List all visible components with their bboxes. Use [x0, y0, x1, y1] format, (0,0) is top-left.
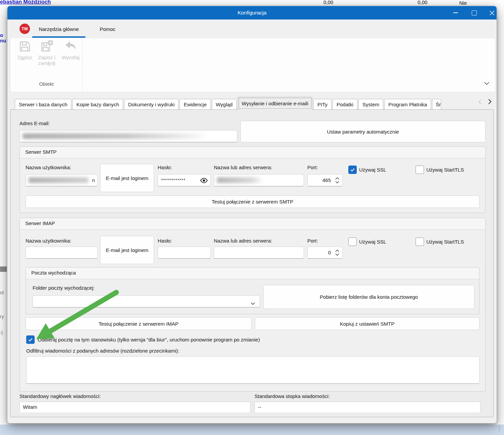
close-button[interactable]	[485, 8, 499, 18]
undo-icon	[64, 40, 77, 53]
message-footer-input[interactable]: --	[255, 402, 480, 412]
tabs-scroll-left[interactable]	[478, 99, 482, 106]
checkmark-icon	[28, 337, 33, 342]
smtp-group-title: Serwer SMTP	[25, 149, 56, 155]
minimize-button[interactable]	[449, 8, 462, 18]
titlebar[interactable]: Konfiguracja	[7, 6, 497, 20]
chevron-left-icon	[478, 99, 482, 105]
imap-password-input[interactable]	[158, 247, 211, 259]
smtp-use-ssl-checkbox[interactable]	[348, 166, 357, 174]
imap-email-is-login-button[interactable]: E-mail jest loginem	[100, 236, 154, 264]
imap-password-label: Hasło:	[158, 238, 172, 244]
eye-icon	[200, 178, 208, 183]
smtp-port-value: 465	[322, 177, 331, 183]
receive-mail-checkbox[interactable]	[26, 335, 35, 344]
imap-use-starttls-label: Używaj StartTLS	[426, 239, 464, 245]
chevron-down-icon	[484, 82, 490, 85]
imap-group-header: Serwer IMAP	[20, 218, 485, 230]
imap-port-label: Port:	[307, 238, 318, 244]
outgoing-folder-dropdown[interactable]	[33, 295, 260, 307]
imap-port-input[interactable]: 0	[307, 247, 343, 259]
filter-addresses-textarea[interactable]	[26, 356, 479, 384]
copy-from-smtp-button[interactable]: Kopiuj z ustawień SMTP	[255, 317, 479, 330]
resize-grip[interactable]	[499, 425, 500, 432]
maximize-button[interactable]	[467, 8, 481, 18]
smtp-port-input[interactable]: 465	[307, 174, 343, 186]
tab-wyglad[interactable]: Wygląd	[212, 99, 237, 110]
chevron-right-icon	[488, 99, 492, 105]
imap-username-input[interactable]	[26, 247, 98, 259]
tab-program-platnika[interactable]: Program Płatnika	[384, 99, 431, 110]
test-imap-connection-button[interactable]: Testuj połączenie z serwerem IMAP	[26, 317, 251, 330]
tab-wysylanie-i-odbieranie-email[interactable]: Wysyłanie i odbieranie e-maili	[238, 97, 312, 110]
tab-kopie-bazy-danych[interactable]: Kopie bazy danych	[72, 99, 123, 110]
ribbon-group-obiekt: Obiekt	[10, 81, 82, 87]
smtp-group-header: Serwer SMTP	[20, 147, 485, 158]
close-icon	[490, 10, 495, 15]
save-icon	[18, 40, 31, 53]
ribbon-group-divider	[82, 38, 83, 91]
tabs-scroll-right[interactable]	[488, 99, 492, 106]
chevron-down-icon	[335, 181, 339, 183]
undo-button[interactable]: Wycofaj	[59, 40, 82, 60]
auto-parameters-button[interactable]: Ustaw parametry automatycznie	[240, 121, 486, 142]
settings-tabstrip: Serwer i baza danych Kopie bazy danych D…	[15, 97, 477, 110]
test-smtp-connection-button[interactable]: Testuj połączenie z serwerem SMTP	[26, 195, 479, 208]
smtp-username-label: Nazwa użytkownika:	[26, 165, 71, 170]
background-toolbar-fragment	[0, 266, 7, 272]
background-person-name: ebastian Moździoch	[0, 0, 51, 5]
ribbon-tab-home[interactable]: Narzędzia główne	[32, 22, 85, 38]
smtp-port-spinner[interactable]	[335, 177, 339, 183]
tab-podatki[interactable]: Podatki	[333, 99, 357, 110]
message-header-input[interactable]: Witam	[20, 402, 250, 412]
smtp-password-input[interactable]: ************	[158, 174, 211, 186]
undo-label: Wycofaj	[62, 55, 79, 60]
save-and-close-button[interactable]: Zapisz i zamknij	[36, 40, 57, 66]
smtp-username-input[interactable]: n	[26, 174, 98, 186]
save-label: Zapisz	[17, 55, 32, 60]
imap-use-ssl-label: Używaj SSL	[359, 239, 386, 245]
smtp-password-label: Hasło:	[158, 165, 172, 170]
save-close-label: Zapisz i zamknij	[38, 55, 55, 66]
smtp-use-ssl-label: Używaj SSL	[359, 167, 386, 173]
imap-username-label: Nazwa użytkownika:	[26, 238, 71, 244]
smtp-use-starttls-checkbox[interactable]	[416, 166, 424, 174]
collapse-ribbon-button[interactable]	[484, 80, 490, 86]
receive-mail-label: Odbieraj pocztę na tym stanowisku (tylko…	[38, 337, 260, 342]
imap-group-title: Serwer IMAP	[25, 220, 55, 226]
tab-ewidencje[interactable]: Ewidencje	[180, 99, 210, 110]
filter-addresses-label: Odfiltruj wiadomości z podanych adresów …	[26, 348, 179, 354]
imap-port-spinner[interactable]	[335, 250, 339, 256]
ribbon-tab-help[interactable]: Pomoc	[90, 22, 125, 36]
chevron-up-icon	[335, 177, 339, 180]
chevron-up-icon	[335, 250, 339, 252]
imap-server-label: Nazwa lub adres serwera:	[214, 238, 272, 244]
smtp-email-is-login-button[interactable]: E-mail jest loginem	[100, 164, 154, 192]
tab-clipped[interactable]: Śr	[432, 99, 441, 110]
redacted-server-value	[217, 177, 263, 183]
bottom-row-clip: Standardowy nagłówek wiadomości: Witam S…	[10, 392, 493, 412]
tab-pity[interactable]: PITy	[313, 99, 332, 110]
smtp-server-input[interactable]	[214, 174, 304, 186]
message-footer-label: Standardowa stopka wiadomości:	[255, 393, 329, 399]
save-button[interactable]: Zapisz	[14, 40, 35, 60]
outgoing-folder-label: Folder poczty wychodzącej:	[33, 285, 94, 291]
smtp-port-label: Port:	[307, 165, 318, 170]
tab-system[interactable]: System	[358, 99, 383, 110]
background-fragment: ry	[0, 314, 4, 319]
checkmark-icon	[350, 168, 355, 172]
konfiguracja-dialog: Konfiguracja TM Narzędzia główne Pomoc Z…	[7, 6, 497, 423]
tab-dokumenty-i-wydruki[interactable]: Dokumenty i wydruki	[124, 99, 179, 110]
imap-server-input[interactable]	[214, 247, 304, 259]
imap-port-value: 0	[328, 250, 331, 255]
app-logo-tm[interactable]: TM	[20, 24, 30, 34]
outgoing-mail-header: Poczta wychodząca	[26, 267, 479, 279]
background-fragment: nl	[0, 290, 4, 295]
email-address-input[interactable]	[20, 130, 237, 142]
imap-use-ssl-checkbox[interactable]	[348, 238, 357, 246]
fetch-folder-list-button[interactable]: Pobierz listę folderów dla konta pocztow…	[263, 285, 474, 309]
tab-serwer-i-baza-danych[interactable]: Serwer i baza danych	[15, 99, 71, 110]
imap-use-starttls-checkbox[interactable]	[416, 238, 424, 246]
show-password-toggle[interactable]	[200, 178, 208, 184]
save-close-icon	[40, 40, 53, 53]
